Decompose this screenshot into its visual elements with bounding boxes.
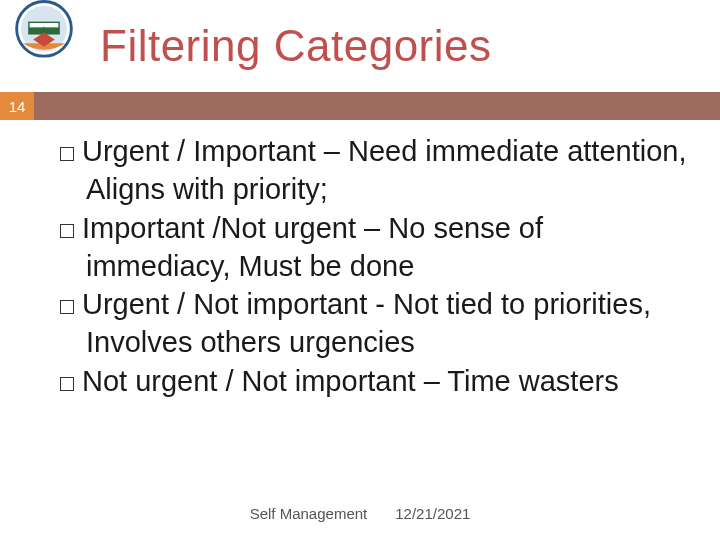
slide-number: 14 (0, 92, 34, 120)
bullet-text: Important /Not urgent – No sense of imme… (82, 212, 543, 282)
bullet-text: Not urgent / Not important – Time waster… (82, 365, 619, 397)
slide-content: Urgent / Important – Need immediate atte… (0, 120, 720, 400)
slide-header: ৳ Filtering Categories (0, 0, 720, 92)
checkbox-icon (60, 377, 74, 391)
bullet-item: Urgent / Important – Need immediate atte… (60, 132, 690, 209)
accent-band: 14 (0, 92, 720, 120)
slide-title: Filtering Categories (100, 21, 492, 71)
checkbox-icon (60, 224, 74, 238)
org-logo: ৳ (8, 0, 80, 72)
bullet-item: Not urgent / Not important – Time waster… (60, 362, 690, 400)
bullet-item: Important /Not urgent – No sense of imme… (60, 209, 690, 286)
slide-footer: Self Management 12/21/2021 (0, 505, 720, 522)
bullet-item: Urgent / Not important - Not tied to pri… (60, 285, 690, 362)
bullet-text: Urgent / Not important - Not tied to pri… (82, 288, 651, 358)
footer-label: Self Management (250, 505, 368, 522)
checkbox-icon (60, 300, 74, 314)
footer-date: 12/21/2021 (395, 505, 470, 522)
bullet-text: Urgent / Important – Need immediate atte… (82, 135, 686, 205)
checkbox-icon (60, 147, 74, 161)
